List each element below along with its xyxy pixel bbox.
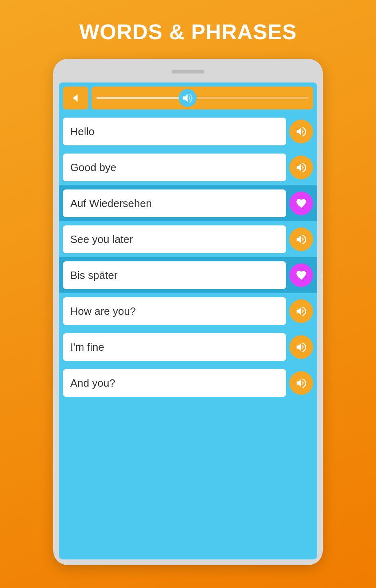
sound-icon [295, 125, 307, 138]
phrase-row: Bis später [59, 257, 317, 293]
control-bar [59, 82, 317, 114]
heart-icon [295, 198, 307, 209]
tablet-screen: Hello Good bye Auf Wiedersehen See you l… [59, 82, 317, 559]
sound-button[interactable] [289, 371, 313, 395]
phrase-list: Hello Good bye Auf Wiedersehen See you l… [59, 114, 317, 401]
progress-speaker-icon [181, 92, 194, 104]
back-button[interactable] [63, 87, 88, 109]
sound-icon [295, 305, 307, 317]
sound-icon [295, 341, 307, 353]
sound-icon [295, 161, 307, 174]
phrase-text: Auf Wiedersehen [63, 189, 286, 217]
sound-icon [295, 377, 307, 389]
phrase-text: How are you? [63, 297, 286, 325]
phrase-row: Hello [59, 114, 317, 149]
sound-icon [295, 233, 307, 245]
heart-button[interactable] [289, 192, 313, 215]
sound-button[interactable] [289, 120, 313, 143]
svg-marker-0 [73, 94, 78, 102]
tablet-speaker [172, 70, 204, 74]
back-icon [70, 92, 81, 104]
phrase-text: See you later [63, 225, 286, 253]
phrase-row: Good bye [59, 149, 317, 185]
sound-button[interactable] [289, 299, 313, 323]
phrase-text: And you? [63, 369, 286, 397]
heart-button[interactable] [289, 263, 313, 287]
sound-button[interactable] [289, 335, 313, 359]
phrase-text: Bis später [63, 261, 286, 289]
phrase-text: Hello [63, 118, 286, 145]
page-title: WORDS & PHRASES [79, 20, 297, 44]
progress-fill [96, 97, 192, 99]
phrase-text: I'm fine [63, 333, 286, 361]
progress-bar[interactable] [92, 87, 313, 109]
phrase-row: And you? [59, 365, 317, 401]
heart-icon [295, 270, 307, 281]
progress-track [96, 97, 308, 99]
phrase-row: I'm fine [59, 329, 317, 365]
sound-button[interactable] [289, 156, 313, 179]
tablet-frame: Hello Good bye Auf Wiedersehen See you l… [53, 59, 323, 565]
phrase-row: Auf Wiedersehen [59, 185, 317, 221]
phrase-text: Good bye [63, 154, 286, 181]
phrase-row: How are you? [59, 293, 317, 329]
sound-button[interactable] [289, 227, 313, 251]
progress-thumb [179, 89, 197, 107]
phrase-row: See you later [59, 221, 317, 257]
